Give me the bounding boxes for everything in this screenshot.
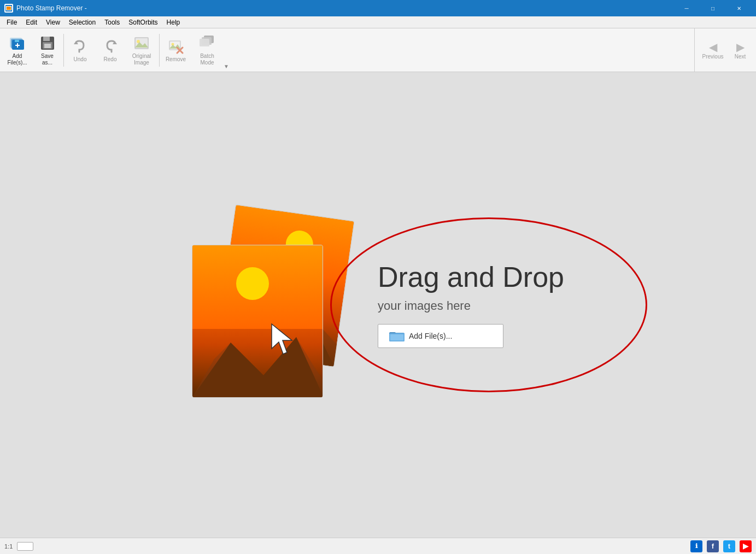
menu-selection[interactable]: Selection [65,16,100,28]
previous-button[interactable]: ◀ Previous [699,31,726,69]
svg-rect-2 [7,7,11,10]
drop-area[interactable]: Drag and Drop your images here Add File(… [192,212,564,398]
save-as-button[interactable]: Save as... [32,31,62,69]
zoom-box [17,542,33,551]
close-button[interactable]: ✕ [726,0,752,16]
photo-front [192,245,323,398]
youtube-icon[interactable]: ▶ [740,540,752,552]
toolbar-dropdown[interactable]: ▼ [224,63,229,69]
folder-icon [389,330,405,342]
original-image-label: Original Image [132,53,151,66]
menu-help[interactable]: Help [162,16,185,28]
menu-edit[interactable]: Edit [21,16,42,28]
save-icon [39,34,56,52]
facebook-icon[interactable]: f [707,540,719,552]
svg-rect-6 [15,40,19,42]
svg-rect-10 [43,37,50,41]
app-icon [4,4,13,13]
sun-front [236,267,269,300]
status-left: 1:1 [4,542,33,551]
remove-button[interactable]: Remove [161,31,191,69]
photo-illustration [192,212,356,398]
separator-2 [159,34,160,67]
status-right: ℹ f t ▶ [690,540,752,552]
window-controls: ─ □ ✕ [674,0,752,16]
next-label: Next [735,54,746,60]
add-files-main-button[interactable]: Add File(s)... [378,324,503,348]
undo-icon [72,38,89,55]
redo-button[interactable]: Redo [95,31,125,69]
add-files-button[interactable]: Add File(s)... [2,31,32,69]
svg-marker-33 [192,337,323,397]
remove-icon [167,38,185,55]
original-image-button[interactable]: Original Image [125,31,158,69]
redo-label: Redo [104,56,117,63]
title-bar: Photo Stamp Remover - ─ □ ✕ [0,0,756,16]
add-files-main-label: Add File(s)... [409,332,452,340]
add-files-icon [9,34,26,52]
save-as-label: Save as... [41,53,54,66]
info-icon[interactable]: ℹ [690,540,702,552]
add-files-label: Add File(s)... [7,53,27,66]
menu-view[interactable]: View [42,16,65,28]
drag-drop-title: Drag and Drop [378,262,564,293]
undo-button[interactable]: Undo [65,31,95,69]
batch-mode-label: Batch Mode [200,53,214,66]
original-icon [133,34,150,52]
drag-drop-subtitle: your images here [378,299,471,313]
redo-icon [102,38,119,55]
menu-softorbits[interactable]: SoftOrbits [124,16,162,28]
next-icon: ▶ [736,40,745,54]
dnd-text-area: Drag and Drop your images here Add File(… [378,262,564,347]
batch-icon [198,34,216,52]
toolbar-nav: ◀ Previous ▶ Next [694,28,754,72]
toolbar: Add File(s)... Save as... Undo [0,28,756,72]
menu-tools[interactable]: Tools [100,16,124,28]
previous-icon: ◀ [709,40,717,54]
app-title: Photo Stamp Remover - [16,4,674,12]
zoom-level: 1:1 [4,543,13,550]
twitter-icon[interactable]: t [723,540,735,552]
svg-rect-38 [390,334,403,340]
batch-mode-button[interactable]: Batch Mode [191,31,224,69]
status-bar: 1:1 ℹ f t ▶ [0,538,756,554]
svg-rect-12 [44,44,51,48]
remove-label: Remove [166,56,186,63]
minimize-button[interactable]: ─ [674,0,699,16]
menu-file[interactable]: File [2,16,21,28]
undo-label: Undo [74,56,87,63]
separator-1 [63,34,64,67]
svg-rect-29 [200,39,209,46]
next-button[interactable]: ▶ Next [726,31,754,69]
maximize-button[interactable]: □ [700,0,725,16]
menu-bar: File Edit View Selection Tools SoftOrbit… [0,16,756,28]
main-content[interactable]: Drag and Drop your images here Add File(… [0,72,756,538]
previous-label: Previous [702,54,724,60]
